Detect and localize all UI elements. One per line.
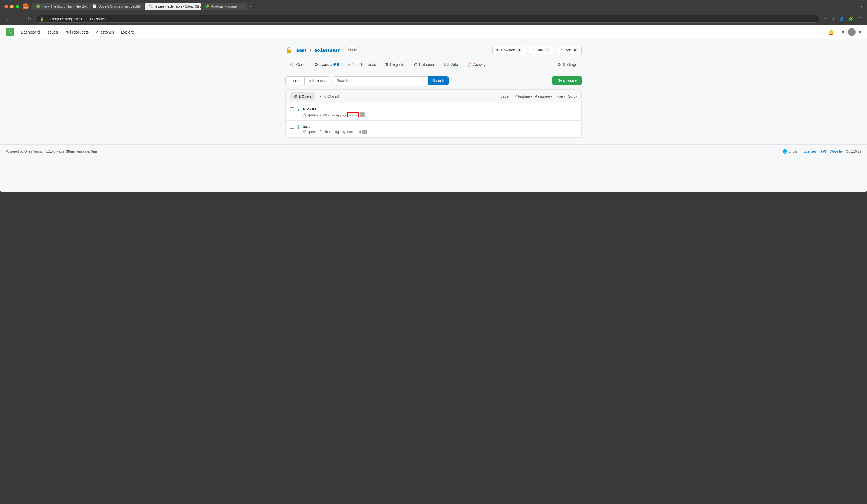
page-content: 🔧 Dashboard Issues Pull Requests Milesto… xyxy=(0,25,867,193)
download-icon[interactable]: ⬇ xyxy=(831,15,836,22)
milestones-button[interactable]: Milestones xyxy=(304,76,330,85)
tab-title: Hack The Box :: Hack The Box xyxy=(42,4,88,8)
search-button[interactable]: Search xyxy=(428,76,448,85)
type-filter-button[interactable]: Type ▾ xyxy=(555,94,565,98)
nav-icons: ☆ ⬇ 👤 🧩 ☰ xyxy=(822,15,863,22)
forward-button[interactable]: → xyxy=(15,15,23,23)
fork-count: 0 xyxy=(572,48,578,52)
fork-button[interactable]: ⑂ Fork 0 xyxy=(556,46,581,54)
issue-checkbox-xss[interactable] xyxy=(290,107,294,111)
milestone-filter-button[interactable]: Milestone ▾ xyxy=(514,94,532,98)
milestone-filter-text: Milestone xyxy=(514,94,530,98)
issues-toolbar: Labels Milestones Search New Issue xyxy=(286,76,581,85)
tab-issues[interactable]: ⊙ Issues 2 xyxy=(310,60,344,70)
address-bar[interactable]: 🔒 dev.snippet.htb/jean/extension/issues xyxy=(35,15,820,23)
label-milestone-group: Labels Milestones xyxy=(286,76,330,85)
footer-api-link[interactable]: API xyxy=(820,149,826,153)
tab-hackthebox[interactable]: 🟢 Hack The Box :: Hack The Box ✕ xyxy=(32,3,88,10)
nav-issues[interactable]: Issues xyxy=(47,30,58,34)
footer-template-label: Template: xyxy=(76,149,91,153)
filter-dropdowns: Label ▾ Milestone ▾ Assignee ▾ Type ▾ xyxy=(501,94,577,98)
tab-addons[interactable]: 🧩 Add-ons Manager ✕ xyxy=(201,3,247,10)
fork-label: Fork xyxy=(564,48,571,52)
tab-pullrequests[interactable]: ⑃ Pull Requests xyxy=(344,60,381,70)
issue-highlight-xss: jean : xyxy=(347,112,358,117)
closed-icon: ✓ xyxy=(320,94,323,98)
footer-links: 🌐 English Licenses API Website Go1.16.12 xyxy=(782,149,861,154)
issue-title-test: test xyxy=(302,124,577,129)
extensions-icon[interactable]: 🧩 xyxy=(847,15,854,22)
tab-projects-label: Projects xyxy=(390,62,405,67)
dot-red[interactable] xyxy=(4,5,8,8)
tab-releases-label: Releases xyxy=(419,62,435,67)
new-issue-button[interactable]: New Issue xyxy=(553,76,581,85)
nav-dashboard[interactable]: Dashboard xyxy=(21,30,40,34)
menu-icon[interactable]: ☰ xyxy=(857,15,863,22)
open-issues-button[interactable]: ⊙ 2 Open xyxy=(290,93,315,100)
issue-by-text-xss: by xyxy=(342,112,346,117)
footer-website-link[interactable]: Website xyxy=(830,149,842,153)
topnav-right: 🔔 + ▾ ▾ xyxy=(828,28,861,36)
tab-close-addons[interactable]: ✕ xyxy=(240,5,243,8)
footer-licenses-link[interactable]: Licenses xyxy=(803,149,816,153)
sort-filter-button[interactable]: Sort ▾ xyxy=(568,94,577,98)
open-icon: ⊙ xyxy=(294,94,297,98)
tab-settings-label: Settings xyxy=(563,62,577,67)
profile-icon[interactable]: 👤 xyxy=(838,15,845,22)
gitea-logo[interactable]: 🔧 xyxy=(6,28,14,36)
refresh-button[interactable]: ↻ xyxy=(26,15,33,23)
issue-title-link-xss[interactable]: XSS #1 xyxy=(302,106,317,111)
assignee-dropdown-arrow: ▾ xyxy=(551,95,552,98)
issues-filterbar: ⊙ 2 Open ✓ 0 Closed Label ▾ Milestone xyxy=(286,89,581,103)
new-tab-button[interactable]: + xyxy=(247,4,254,10)
closed-issues-button[interactable]: ✓ 0 Closed xyxy=(316,93,342,100)
tab-issues-label: Issues xyxy=(320,62,332,67)
issue-meta-test: #8 opened 2 minutes ago by jean : test xyxy=(302,130,577,134)
nav-explore[interactable]: Explore xyxy=(121,30,134,34)
footer-text: Powered by Gitea Version: 1.15.8 Page: xyxy=(6,149,66,153)
issue-title-link-test[interactable]: test xyxy=(302,124,310,129)
plus-icon[interactable]: + ▾ xyxy=(837,29,844,35)
tab-releases[interactable]: 🏷 Releases xyxy=(409,60,440,70)
repo-owner-link[interactable]: jean xyxy=(295,47,307,53)
tab-code[interactable]: <> Code xyxy=(286,60,310,70)
issue-checkbox-test[interactable] xyxy=(290,125,294,129)
issues-icon: ⊙ xyxy=(314,62,318,67)
tab-activity[interactable]: 📈 Activity xyxy=(462,60,490,70)
settings-icon: ⚙ xyxy=(557,62,561,67)
label-filter-button[interactable]: Label ▾ xyxy=(501,94,512,98)
user-menu-arrow[interactable]: ▾ xyxy=(859,29,861,35)
dot-green[interactable] xyxy=(15,5,19,8)
globe-icon: 🌐 xyxy=(782,149,787,154)
star-button[interactable]: ☆ Star 0 xyxy=(528,46,554,54)
tab-settings[interactable]: ⚙ Settings xyxy=(553,60,581,70)
repo-name-link[interactable]: extension xyxy=(315,47,341,53)
closed-issues-label: 0 Closed xyxy=(324,94,339,98)
issue-time-test: 2 minutes ago xyxy=(320,130,341,134)
activity-icon: 📈 xyxy=(467,62,471,67)
repo-slash: / xyxy=(310,47,311,53)
tab-activity-label: Activity xyxy=(473,62,485,67)
tab-snippet[interactable]: 📄 Update Snippet - snippet.htb ✕ xyxy=(88,3,144,10)
unwatch-button[interactable]: 👁 Unwatch 1 xyxy=(492,46,526,54)
bookmark-icon[interactable]: ☆ xyxy=(822,15,828,22)
tab-projects[interactable]: ▦ Projects xyxy=(381,60,409,70)
dot-yellow[interactable] xyxy=(10,5,14,8)
tab-wiki[interactable]: 📖 Wiki xyxy=(440,60,462,70)
pr-icon: ⑃ xyxy=(348,62,350,67)
notification-icon[interactable]: 🔔 xyxy=(828,29,834,35)
user-avatar[interactable] xyxy=(848,28,856,36)
topnav: 🔧 Dashboard Issues Pull Requests Milesto… xyxy=(0,25,867,40)
nav-pullrequests[interactable]: Pull Requests xyxy=(65,30,88,34)
tab-issues[interactable]: 🔧 Issues - extension - Gitea: Git w... ✕ xyxy=(145,3,201,10)
assignee-filter-button[interactable]: Assignee ▾ xyxy=(535,94,552,98)
nav-milestones[interactable]: Milestones xyxy=(95,30,114,34)
issue-by-text-test: by xyxy=(342,130,345,134)
labels-button[interactable]: Labels xyxy=(286,76,304,85)
search-input[interactable] xyxy=(333,76,428,85)
sort-filter-text: Sort xyxy=(568,94,575,98)
tab-close-snippet[interactable]: ✕ xyxy=(143,5,144,8)
page-footer: Powered by Gitea Version: 1.15.8 Page: 3… xyxy=(0,144,867,158)
back-button[interactable]: ← xyxy=(4,15,12,23)
type-dropdown-arrow: ▾ xyxy=(564,95,565,98)
